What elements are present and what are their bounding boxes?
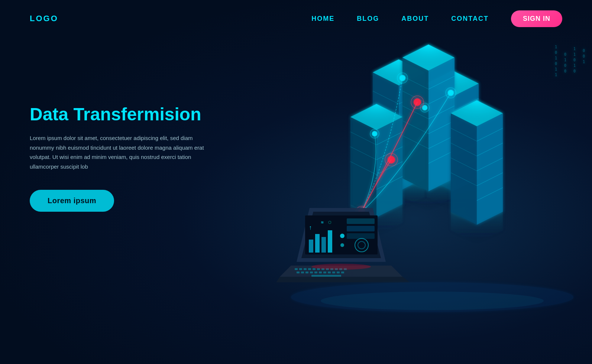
nav-home[interactable]: HOME (311, 15, 334, 23)
svg-text:1: 1 (564, 58, 566, 62)
hero-description: Lorem ipsum dolor sit amet, consectetuer… (30, 133, 208, 171)
svg-marker-48 (428, 58, 454, 191)
svg-text:0: 0 (564, 64, 566, 68)
svg-rect-146 (311, 275, 341, 277)
hero-title: Data Transfermision (30, 104, 208, 124)
svg-text:0: 0 (573, 69, 576, 73)
nav-logo[interactable]: LOGO (30, 14, 58, 23)
svg-text:0: 0 (555, 62, 557, 66)
svg-rect-139 (314, 272, 317, 273)
svg-rect-145 (341, 272, 344, 273)
svg-rect-137 (305, 272, 308, 273)
svg-rect-136 (301, 272, 304, 273)
svg-rect-109 (321, 237, 326, 253)
svg-rect-138 (310, 272, 313, 273)
hero-cta-button[interactable]: Lorem ipsum (30, 190, 114, 212)
svg-point-120 (340, 243, 344, 247)
nav-contact[interactable]: CONTACT (451, 15, 489, 23)
svg-text:↑: ↑ (309, 224, 312, 231)
svg-rect-114 (347, 218, 375, 224)
svg-point-147 (311, 264, 371, 270)
svg-text:1: 1 (573, 64, 576, 68)
svg-rect-115 (347, 226, 375, 231)
nav-about[interactable]: ABOUT (401, 15, 429, 23)
illustration-svg: 1 0 1 0 1 1 0 1 0 0 1 1 0 1 0 0 0 1 (220, 30, 592, 364)
svg-text:1: 1 (583, 60, 585, 64)
svg-text:0: 0 (564, 52, 566, 56)
hero-content: Data Transfermision Lorem ipsum dolor si… (30, 104, 208, 212)
svg-rect-116 (347, 233, 375, 239)
svg-text:0: 0 (555, 51, 557, 55)
svg-rect-140 (319, 272, 322, 273)
svg-text:0: 0 (573, 58, 576, 62)
svg-marker-64 (376, 117, 402, 217)
svg-rect-107 (309, 240, 313, 253)
svg-rect-126 (308, 268, 311, 270)
svg-text:1: 1 (555, 73, 557, 77)
svg-text:1: 1 (573, 52, 576, 56)
svg-rect-142 (328, 272, 331, 273)
svg-text:≋: ≋ (321, 220, 324, 224)
svg-rect-135 (297, 272, 300, 273)
svg-text:0: 0 (564, 69, 566, 73)
svg-text:⬡: ⬡ (328, 220, 331, 224)
svg-text:1: 1 (555, 67, 557, 71)
svg-rect-124 (299, 268, 302, 270)
svg-text:1: 1 (555, 45, 557, 49)
svg-rect-125 (304, 268, 307, 270)
signin-button[interactable]: SIGN IN (511, 10, 562, 27)
svg-text:1: 1 (555, 56, 557, 60)
svg-rect-127 (313, 268, 316, 270)
svg-text:0: 0 (583, 54, 585, 58)
svg-rect-141 (323, 272, 326, 273)
navbar: LOGO HOME BLOG ABOUT CONTACT SIGN IN (0, 0, 592, 37)
svg-rect-123 (295, 268, 298, 270)
svg-marker-65 (350, 117, 376, 217)
svg-rect-110 (328, 230, 332, 253)
svg-point-93 (422, 105, 427, 110)
svg-rect-144 (337, 272, 340, 273)
svg-text:1: 1 (573, 47, 576, 51)
svg-point-119 (340, 234, 344, 238)
svg-marker-122 (276, 277, 410, 282)
nav-links: HOME BLOG ABOUT CONTACT SIGN IN (311, 10, 562, 27)
hero-illustration: 1 0 1 0 1 1 0 1 0 0 1 1 0 1 0 0 0 1 (220, 30, 592, 364)
svg-point-149 (321, 292, 544, 310)
nav-blog[interactable]: BLOG (357, 15, 379, 23)
svg-rect-108 (315, 234, 320, 253)
svg-rect-143 (332, 272, 335, 273)
svg-text:0: 0 (583, 49, 585, 53)
